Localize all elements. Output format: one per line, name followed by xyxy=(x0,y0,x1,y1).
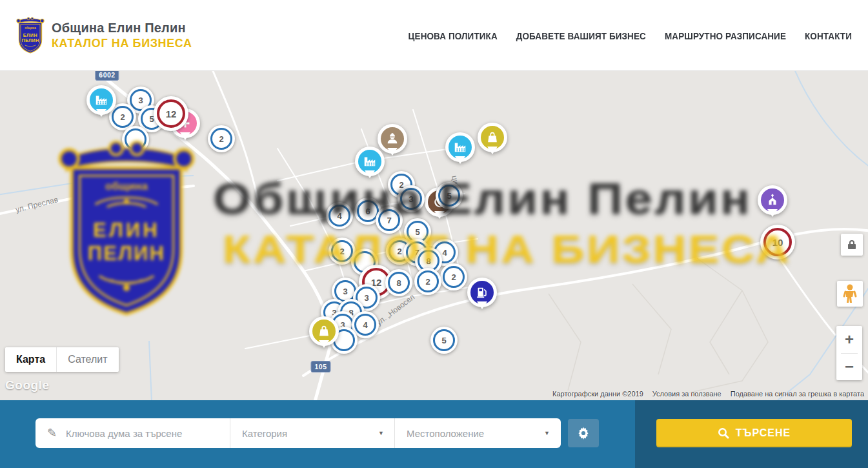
cluster-marker[interactable]: 12 xyxy=(154,96,188,131)
pin-tail xyxy=(96,109,106,122)
category-pin[interactable] xyxy=(445,132,475,162)
nav-item[interactable]: ДОБАВЕТЕ ВАШИЯТ БИЗНЕС xyxy=(516,30,646,41)
cluster-count: 4 xyxy=(363,320,367,330)
nav-item[interactable]: КОНТАКТИ xyxy=(805,30,852,41)
category-select-label: Категория xyxy=(230,428,287,439)
search-bar: ✎ Категория ▼ Местоположение ▼ ТЪРСЕНЕ xyxy=(0,400,868,468)
location-select[interactable]: Местоположение ▼ xyxy=(395,418,560,448)
cluster-marker[interactable]: 4 xyxy=(326,202,353,229)
cluster-count: 3 xyxy=(343,287,347,296)
bag-icon xyxy=(317,324,331,338)
pin-tail xyxy=(767,209,778,222)
cluster-marker[interactable]: 8 xyxy=(385,269,412,296)
road-sign: 6002 xyxy=(95,71,119,81)
search-button[interactable]: ТЪРСЕНЕ xyxy=(656,419,852,447)
keyword-input[interactable] xyxy=(66,428,230,439)
cluster-marker[interactable]: 3 xyxy=(398,185,425,212)
attribution-link[interactable]: Подаване на сигнал за грешка в картата xyxy=(731,390,864,398)
svg-text:община: община xyxy=(25,26,36,30)
zoom-in-button[interactable]: + xyxy=(836,326,862,353)
cluster-count: 2 xyxy=(451,272,456,282)
category-pin[interactable] xyxy=(378,124,407,154)
cluster-count: 8 xyxy=(396,278,401,288)
cluster-count: 3 xyxy=(364,293,368,303)
cluster-marker[interactable]: 7 xyxy=(376,207,403,234)
bag-icon xyxy=(485,130,500,145)
map-type-control: Карта Сателит xyxy=(5,347,119,372)
category-pin[interactable] xyxy=(758,185,787,215)
search-icon xyxy=(718,427,729,439)
logo[interactable]: община ЕЛИН ПЕЛИН Община Елин Пелин КАТА… xyxy=(15,9,192,62)
category-pin[interactable] xyxy=(355,147,385,176)
cluster-count: 2 xyxy=(219,134,223,144)
search-form: ✎ Категория ▼ Местоположение ▼ xyxy=(35,418,561,448)
cluster-count: 4 xyxy=(337,211,341,221)
nav-item[interactable]: МАРШРУТНО РАЗПИСАНИЕ xyxy=(665,30,786,41)
cluster-count: 4 xyxy=(442,248,447,258)
pin-tail xyxy=(455,156,465,169)
cluster-count: 3 xyxy=(138,96,143,105)
svg-text:ПЕЛИН: ПЕЛИН xyxy=(21,38,39,43)
cluster-marker[interactable]: 10 xyxy=(760,225,795,259)
road-sign: 105 xyxy=(310,361,330,372)
category-pin[interactable] xyxy=(86,85,116,115)
pencil-icon: ✎ xyxy=(47,426,57,440)
location-select-label: Местоположение xyxy=(395,428,484,439)
cluster-marker[interactable]: 2 xyxy=(414,268,441,295)
pin-tail xyxy=(365,170,375,183)
cluster-marker[interactable] xyxy=(122,126,149,153)
cluster-count: 2 xyxy=(425,277,430,287)
category-pin[interactable] xyxy=(467,278,497,307)
cluster-count: 7 xyxy=(387,216,391,225)
municipality-crest-icon: община ЕЛИН ПЕЛИН xyxy=(15,9,45,62)
map-type-map-button[interactable]: Карта xyxy=(5,347,56,372)
category-select[interactable]: Категория ▼ xyxy=(230,418,395,448)
map-type-satellite-button[interactable]: Сателит xyxy=(56,347,118,372)
cluster-marker[interactable]: 2 xyxy=(440,263,467,290)
site-subtitle: КАТАЛОГ НА БИЗНЕСА xyxy=(52,37,192,50)
street-view-pegman[interactable] xyxy=(837,281,863,307)
zoom-out-button[interactable]: − xyxy=(836,353,862,380)
cluster-count: 6 xyxy=(365,207,370,216)
pin-tail xyxy=(434,211,445,224)
lock-button[interactable] xyxy=(841,234,863,256)
padlock-icon xyxy=(847,239,856,250)
cluster-count: 2 xyxy=(339,247,344,256)
map-attribution: Картографски данни ©2019Условия за ползв… xyxy=(552,390,864,398)
advanced-settings-button[interactable] xyxy=(568,419,599,447)
factory-icon xyxy=(94,93,108,107)
nav-item[interactable]: ЦЕНОВА ПОЛИТИКА xyxy=(409,30,498,41)
cluster-count: 10 xyxy=(772,237,783,248)
cluster-count: 8 xyxy=(426,256,430,266)
cluster-count: 12 xyxy=(166,108,177,119)
chevron-down-icon: ▼ xyxy=(378,430,384,436)
cluster-count: 2 xyxy=(120,112,125,122)
category-pin[interactable] xyxy=(309,316,339,346)
cluster-marker[interactable]: 2 xyxy=(208,125,235,152)
chevron-down-icon: ▼ xyxy=(544,430,550,436)
pin-tail xyxy=(180,132,190,145)
attribution-text: Картографски данни ©2019 xyxy=(552,390,643,398)
google-logo[interactable]: Google xyxy=(5,378,49,392)
pin-tail xyxy=(319,340,329,353)
category-pin[interactable] xyxy=(478,123,507,152)
map[interactable]: 6002105 ул. Преславбул. „Новоселции 3251… xyxy=(0,71,868,400)
pin-tail xyxy=(487,147,498,159)
fuel-icon xyxy=(475,285,489,300)
search-button-label: ТЪРСЕНЕ xyxy=(736,427,791,439)
cluster-marker[interactable]: 5 xyxy=(430,327,458,354)
keyword-field-wrap: ✎ xyxy=(35,418,230,448)
gear-icon xyxy=(576,426,590,440)
attribution-link[interactable]: Условия за ползване xyxy=(652,390,722,398)
cluster-count: 5 xyxy=(441,336,446,345)
pin-tail xyxy=(387,148,398,161)
cluster-count: 5 xyxy=(415,227,419,237)
cluster-marker[interactable]: 5 xyxy=(436,182,463,209)
factory-icon xyxy=(453,140,467,154)
svg-text:ЕЛИН: ЕЛИН xyxy=(23,33,37,38)
cluster-count: 3 xyxy=(409,194,413,204)
worker-icon xyxy=(385,132,399,146)
factory-icon xyxy=(363,154,377,168)
cluster-count: 5 xyxy=(447,191,451,201)
main-nav: ЦЕНОВА ПОЛИТИКАДОБАВЕТЕ ВАШИЯТ БИЗНЕСМАР… xyxy=(409,0,852,71)
